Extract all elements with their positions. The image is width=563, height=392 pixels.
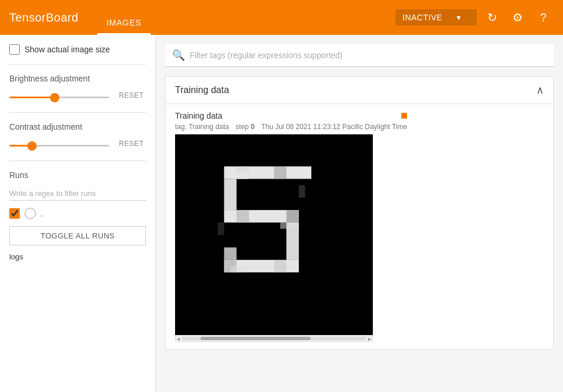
training-panel-title: Training data — [175, 85, 229, 95]
image-card: Training data tag: Training data step 0 … — [175, 111, 407, 342]
brightness-slider-row: RESET — [9, 90, 146, 101]
runs-label: Runs — [9, 170, 146, 180]
help-icon: ? — [540, 11, 546, 24]
actual-size-label: Show actual image size — [24, 45, 110, 54]
training-panel-header: Training data ∧ — [166, 77, 553, 104]
image-meta: tag: Training data step 0 Thu Jul 08 202… — [175, 123, 407, 131]
chevron-down-icon: ▾ — [447, 13, 470, 22]
main-content: 🔍 Training data ∧ Training data tag: Tra — [156, 35, 563, 392]
inactive-dropdown[interactable]: INACTIVE ▾ — [395, 9, 477, 26]
svg-rect-8 — [274, 166, 286, 179]
brightness-reset-button[interactable]: RESET — [116, 90, 146, 101]
log-item: logs — [9, 252, 146, 261]
scroll-track — [182, 337, 366, 340]
svg-rect-14 — [280, 222, 299, 229]
main-nav: IMAGES — [97, 0, 151, 35]
image-tag: tag: Training data — [175, 123, 229, 131]
app-logo: TensorBoard — [9, 11, 79, 24]
search-bar: 🔍 — [165, 44, 554, 67]
contrast-section: Contrast adjustment RESET — [9, 122, 146, 161]
brightness-slider-container — [9, 91, 109, 100]
actual-size-checkbox[interactable] — [9, 44, 20, 55]
runs-filter-input[interactable] — [9, 187, 146, 201]
svg-rect-10 — [286, 210, 298, 222]
refresh-icon: ↻ — [487, 10, 497, 24]
collapse-button[interactable]: ∧ — [536, 84, 544, 97]
svg-rect-16 — [299, 185, 305, 197]
search-input[interactable] — [190, 51, 547, 60]
chevron-up-icon: ∧ — [536, 84, 544, 96]
help-button[interactable]: ? — [533, 7, 554, 28]
toggle-all-runs-button[interactable]: TOGGLE ALL RUNS — [9, 226, 146, 245]
image-card-header: Training data — [175, 111, 407, 120]
actual-size-row: Show actual image size — [9, 44, 146, 55]
image-scrollbar[interactable]: ◂ ▸ — [175, 335, 373, 342]
svg-rect-12 — [274, 259, 286, 272]
training-content: Training data tag: Training data step 0 … — [166, 104, 553, 349]
svg-rect-13 — [230, 172, 249, 179]
scroll-thumb — [201, 337, 311, 340]
svg-rect-9 — [237, 210, 249, 222]
contrast-slider[interactable] — [9, 145, 109, 147]
header-right: INACTIVE ▾ ↻ ⚙ ? — [395, 7, 554, 28]
app-layout: Show actual image size Brightness adjust… — [0, 35, 563, 392]
brightness-section: Brightness adjustment RESET — [9, 74, 146, 113]
settings-icon: ⚙ — [512, 10, 523, 24]
scroll-left-arrow[interactable]: ◂ — [177, 336, 180, 342]
settings-button[interactable]: ⚙ — [507, 7, 528, 28]
digit-svg — [187, 142, 361, 328]
runs-icons-row: . — [9, 208, 146, 219]
run-checkbox[interactable] — [9, 208, 20, 219]
contrast-reset-button[interactable]: RESET — [116, 138, 146, 149]
contrast-slider-container — [9, 139, 109, 148]
sidebar: Show actual image size Brightness adjust… — [0, 35, 156, 392]
svg-rect-6 — [224, 247, 236, 259]
run-circle-icon — [24, 208, 36, 219]
svg-rect-15 — [230, 266, 249, 272]
scroll-right-arrow[interactable]: ▸ — [368, 336, 371, 342]
run-dot-label: . — [41, 209, 43, 218]
runs-section: Runs . TOGGLE ALL RUNS logs — [9, 170, 146, 270]
contrast-slider-row: RESET — [9, 138, 146, 149]
search-icon: 🔍 — [172, 49, 185, 62]
brightness-slider[interactable] — [9, 97, 109, 98]
orange-dot-icon — [401, 113, 407, 119]
image-step: step 0 — [236, 123, 256, 131]
nav-images[interactable]: IMAGES — [97, 18, 151, 35]
brightness-label: Brightness adjustment — [9, 74, 146, 83]
image-wrapper: ◂ ▸ — [175, 134, 407, 342]
refresh-button[interactable]: ↻ — [482, 7, 503, 28]
svg-rect-2 — [224, 179, 236, 210]
app-header: TensorBoard IMAGES INACTIVE ▾ ↻ ⚙ ? — [0, 0, 563, 35]
training-panel: Training data ∧ Training data tag: Train… — [165, 76, 554, 350]
contrast-label: Contrast adjustment — [9, 122, 146, 131]
svg-rect-17 — [218, 222, 225, 234]
image-timestamp: Thu Jul 08 2021 11:23:12 Pacific Dayligh… — [261, 123, 407, 131]
image-canvas — [175, 134, 373, 335]
actual-size-section: Show actual image size — [9, 44, 146, 65]
image-card-title: Training data — [175, 111, 222, 120]
